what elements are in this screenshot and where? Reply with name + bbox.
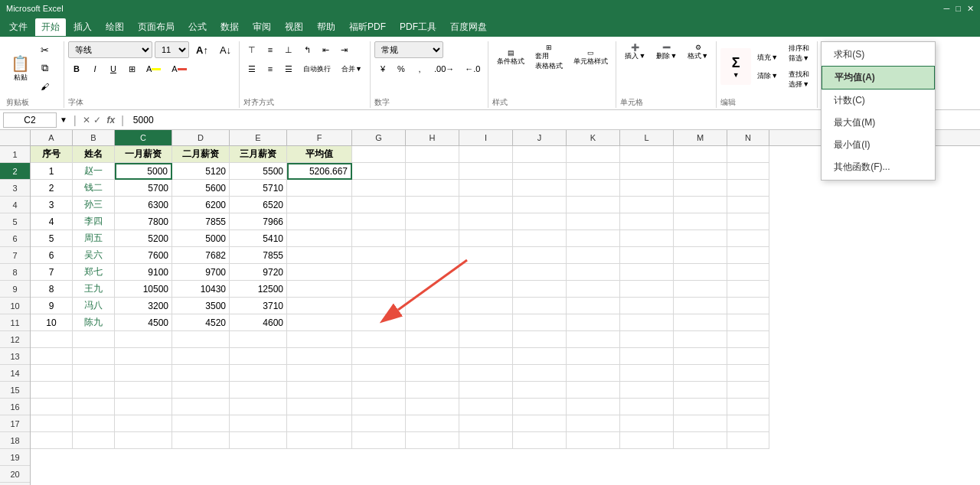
cell-l10[interactable]	[620, 298, 674, 314]
cell-l16[interactable]	[620, 399, 674, 415]
cell-e14[interactable]	[230, 365, 287, 382]
maximize-btn[interactable]: □	[956, 4, 961, 14]
cell-f5[interactable]	[287, 213, 352, 230]
cell-c14[interactable]	[115, 365, 172, 382]
cell-i6[interactable]	[459, 230, 513, 247]
minimize-btn[interactable]: ─	[944, 4, 950, 14]
cell-c12[interactable]	[115, 331, 172, 348]
wrap-text-button[interactable]: 自动换行	[299, 60, 335, 77]
cell-b10[interactable]: 冯八	[73, 298, 115, 314]
number-format-select[interactable]: 常规	[374, 41, 443, 58]
cell-c6[interactable]: 5200	[115, 230, 172, 247]
cell-l5[interactable]	[620, 213, 674, 230]
cell-b13[interactable]	[73, 348, 115, 365]
cell-f2[interactable]: 5206.667	[287, 163, 352, 180]
row-num-13[interactable]: 13	[0, 348, 30, 365]
cell-e13[interactable]	[230, 348, 287, 365]
cell-h4[interactable]	[406, 197, 459, 213]
cell-f12[interactable]	[287, 331, 352, 348]
cell-h10[interactable]	[406, 298, 459, 314]
row-num-20[interactable]: 20	[0, 466, 30, 483]
cell-c16[interactable]	[115, 399, 172, 415]
cell-j9[interactable]	[513, 281, 567, 298]
merge-button[interactable]: 合并▼	[337, 60, 367, 77]
cell-d17[interactable]	[172, 415, 230, 432]
insert-function-icon[interactable]: fx	[107, 115, 116, 125]
cell-b6[interactable]: 周五	[73, 230, 115, 247]
cell-f8[interactable]	[287, 264, 352, 281]
cell-h18[interactable]	[406, 432, 459, 449]
fill-button[interactable]: 填充▼	[753, 49, 782, 66]
cell-f6[interactable]	[287, 230, 352, 247]
row-num-1[interactable]: 1	[0, 146, 30, 163]
row-num-5[interactable]: 5	[0, 213, 30, 230]
cell-l1[interactable]	[620, 146, 674, 163]
cell-j6[interactable]	[513, 230, 567, 247]
cell-n9[interactable]	[727, 281, 769, 298]
cell-m13[interactable]	[674, 348, 727, 365]
cell-m18[interactable]	[674, 432, 727, 449]
cell-m1[interactable]	[674, 146, 727, 163]
menu-item-foxit[interactable]: 福昕PDF	[343, 18, 392, 36]
insert-cells-button[interactable]: ➕插入▼	[620, 41, 650, 63]
cell-m2[interactable]	[674, 163, 727, 180]
menu-item-pdftool[interactable]: PDF工具	[394, 18, 443, 36]
cell-c3[interactable]: 5700	[115, 180, 172, 197]
cell-e6[interactable]: 5410	[230, 230, 287, 247]
cell-k8[interactable]	[567, 264, 620, 281]
cell-m14[interactable]	[674, 365, 727, 382]
cell-k13[interactable]	[567, 348, 620, 365]
cell-d9[interactable]: 10430	[172, 281, 230, 298]
cell-g16[interactable]	[352, 399, 406, 415]
cell-a13[interactable]	[31, 348, 73, 365]
cell-k16[interactable]	[567, 399, 620, 415]
clear-button[interactable]: 清除▼	[753, 67, 782, 84]
cell-g7[interactable]	[352, 247, 406, 264]
table-format-button[interactable]: ⊞套用表格格式	[531, 41, 567, 73]
cell-f15[interactable]	[287, 382, 352, 399]
cell-m16[interactable]	[674, 399, 727, 415]
cell-n12[interactable]	[727, 331, 769, 348]
cell-a4[interactable]: 3	[31, 197, 73, 213]
cell-e5[interactable]: 7966	[230, 213, 287, 230]
cell-h13[interactable]	[406, 348, 459, 365]
paste-button[interactable]: 📋粘贴	[6, 50, 34, 86]
align-center-button[interactable]: ≡	[262, 60, 279, 77]
cell-j4[interactable]	[513, 197, 567, 213]
col-header-d[interactable]: D	[172, 130, 230, 145]
cell-k11[interactable]	[567, 314, 620, 331]
col-header-n[interactable]: N	[727, 130, 769, 145]
autosum-button[interactable]: Σ ▼	[720, 48, 751, 85]
cell-h7[interactable]	[406, 247, 459, 264]
cell-a5[interactable]: 4	[31, 213, 73, 230]
cell-a7[interactable]: 6	[31, 247, 73, 264]
cell-k6[interactable]	[567, 230, 620, 247]
cell-h12[interactable]	[406, 331, 459, 348]
border-button[interactable]: ⊞	[123, 60, 140, 77]
col-header-b[interactable]: B	[73, 130, 115, 145]
cell-i3[interactable]	[459, 180, 513, 197]
col-header-g[interactable]: G	[352, 130, 406, 145]
align-middle-button[interactable]: ≡	[262, 41, 279, 58]
row-num-7[interactable]: 7	[0, 247, 30, 264]
cell-a15[interactable]	[31, 382, 73, 399]
cell-j15[interactable]	[513, 382, 567, 399]
cell-j3[interactable]	[513, 180, 567, 197]
cell-m5[interactable]	[674, 213, 727, 230]
cell-a16[interactable]	[31, 399, 73, 415]
cell-i11[interactable]	[459, 314, 513, 331]
cell-f4[interactable]	[287, 197, 352, 213]
cell-m4[interactable]	[674, 197, 727, 213]
cell-n3[interactable]	[727, 180, 769, 197]
confirm-formula-icon[interactable]: ✓	[93, 115, 101, 125]
row-num-19[interactable]: 19	[0, 449, 30, 466]
cell-j8[interactable]	[513, 264, 567, 281]
cell-f17[interactable]	[287, 415, 352, 432]
cell-n1[interactable]	[727, 146, 769, 163]
cell-g6[interactable]	[352, 230, 406, 247]
cell-a9[interactable]: 8	[31, 281, 73, 298]
cell-a11[interactable]: 10	[31, 314, 73, 331]
align-bottom-button[interactable]: ⊥	[280, 41, 297, 58]
row-num-12[interactable]: 12	[0, 331, 30, 348]
cell-e4[interactable]: 6520	[230, 197, 287, 213]
